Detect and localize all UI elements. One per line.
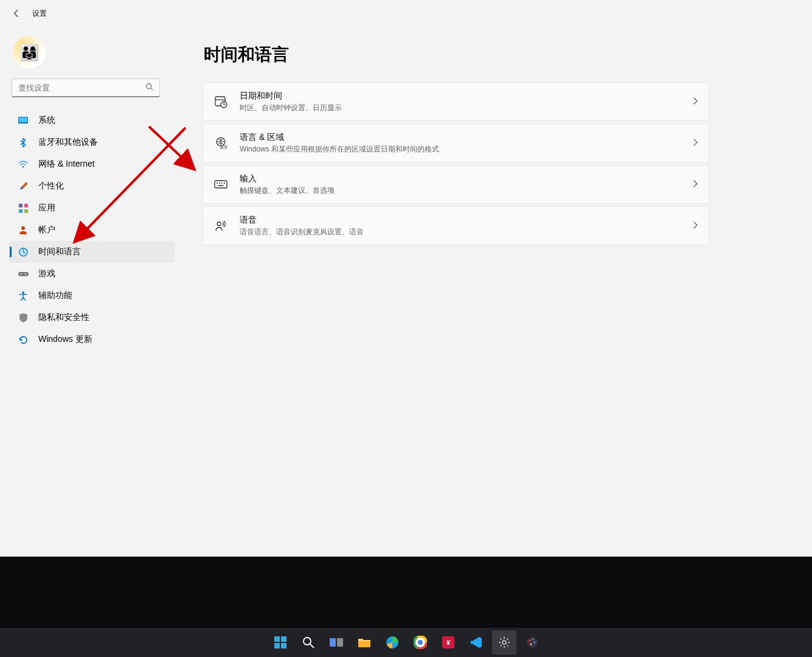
chevron-right-icon [693,97,698,106]
chevron-right-icon [693,138,698,148]
brush-icon [18,181,29,192]
taskbar-edge[interactable] [380,630,404,655]
sidebar-item-network[interactable]: 网络 & Internet [9,153,175,175]
card-title: 日期和时间 [240,91,681,102]
chevron-right-icon [693,179,698,189]
card-desc: 时区、自动时钟设置、日历显示 [240,103,681,113]
card-title: 语言 & 区域 [240,132,681,143]
svg-rect-36 [337,638,343,647]
svg-point-13 [25,273,26,274]
svg-rect-8 [24,209,28,213]
bluetooth-icon [18,137,29,148]
taskbar-settings[interactable] [492,630,516,655]
display-icon [18,115,29,126]
svg-rect-37 [358,641,370,647]
update-icon [18,334,29,345]
svg-point-43 [418,640,423,645]
svg-point-50 [533,642,535,644]
svg-rect-31 [274,643,280,648]
svg-point-0 [147,84,151,89]
svg-point-49 [532,639,533,641]
main-content: 时间和语言 日期和时间 时区、自动时钟设置、日历显示 A字 语言 & [181,24,736,555]
svg-text:¥: ¥ [446,639,450,646]
sidebar-item-label: 应用 [38,203,55,214]
sidebar-item-label: 帐户 [38,224,55,235]
avatar: 👨‍👩‍👧 [13,36,46,69]
sidebar-item-time-language[interactable]: 时间和语言 [9,241,175,263]
sidebar-item-system[interactable]: 系统 [9,109,175,131]
speech-icon [214,219,227,232]
sidebar-item-label: 网络 & Internet [38,159,95,170]
taskbar-app-red[interactable]: ¥ [436,630,460,655]
svg-point-48 [529,640,530,642]
sidebar-item-bluetooth[interactable]: 蓝牙和其他设备 [9,131,175,153]
accessibility-icon [18,290,29,301]
taskbar-chrome[interactable] [408,630,432,655]
sidebar-item-label: 游戏 [38,268,55,279]
titlebar: 设置 [3,3,736,24]
svg-line-34 [310,644,314,648]
card-language-region[interactable]: A字 语言 & 区域 Windows 和某些应用根据你所在的区域设置日期和时间的… [203,123,709,162]
app-title: 设置 [32,9,47,19]
taskbar-taskview-button[interactable] [324,630,349,655]
taskbar-paint[interactable] [520,630,544,655]
svg-rect-35 [330,638,336,647]
svg-point-14 [22,291,24,294]
sidebar-item-label: 蓝牙和其他设备 [38,137,98,148]
svg-rect-29 [274,636,280,642]
sidebar-item-update[interactable]: Windows 更新 [9,328,175,350]
card-title: 语音 [240,215,681,226]
calendar-clock-icon [214,95,227,108]
sidebar-item-label: 隐私和安全性 [38,312,89,323]
apps-icon [18,203,29,214]
sidebar-item-label: 时间和语言 [38,246,81,257]
sidebar-item-accounts[interactable]: 帐户 [9,219,175,241]
taskbar-explorer[interactable] [352,630,377,655]
sidebar-item-apps[interactable]: 应用 [9,197,175,219]
globe-clock-icon [18,246,29,257]
taskbar-search-button[interactable] [296,630,321,655]
shield-icon [18,312,29,323]
svg-point-4 [23,167,24,168]
globe-language-icon: A字 [214,136,227,150]
svg-point-12 [21,273,22,274]
sidebar-item-personalization[interactable]: 个性化 [9,175,175,197]
svg-point-46 [502,641,506,644]
card-desc: 触摸键盘、文本建议、首选项 [240,186,681,196]
search-icon [145,83,153,92]
svg-point-47 [527,637,538,648]
search-box[interactable] [12,78,160,97]
svg-line-1 [151,88,153,90]
page-title: 时间和语言 [203,43,709,66]
sidebar-item-accessibility[interactable]: 辅助功能 [9,285,175,307]
svg-point-33 [304,638,311,645]
svg-rect-11 [18,272,29,276]
card-desc: 语音语言、语音识别麦克风设置、语音 [240,227,681,237]
sidebar-item-gaming[interactable]: 游戏 [9,263,175,285]
card-typing[interactable]: 输入 触摸键盘、文本建议、首选项 [203,165,709,204]
svg-rect-3 [19,117,27,122]
taskbar-start-button[interactable] [268,630,293,655]
sidebar-item-label: 个性化 [38,181,64,192]
user-avatar-row[interactable]: 👨‍👩‍👧 [9,36,175,69]
card-speech[interactable]: 语音 语音语言、语音识别麦克风设置、语音 [203,206,709,245]
back-button[interactable] [12,9,21,18]
svg-point-51 [530,644,532,645]
svg-point-9 [21,226,25,230]
gamepad-icon [18,268,29,279]
sidebar-item-privacy[interactable]: 隐私和安全性 [9,307,175,328]
sidebar-item-label: 系统 [38,115,55,126]
card-desc: Windows 和某些应用根据你所在的区域设置日期和时间的格式 [240,144,681,155]
card-date-time[interactable]: 日期和时间 时区、自动时钟设置、日历显示 [203,82,709,121]
svg-text:A字: A字 [220,145,227,150]
taskbar-vscode[interactable] [464,630,488,655]
sidebar: 👨‍👩‍👧 系统 蓝牙和 [3,24,181,555]
settings-window: 设置 👨‍👩‍👧 系统 [3,3,736,555]
chevron-right-icon [693,221,698,231]
svg-rect-7 [19,209,23,213]
svg-rect-6 [24,204,28,207]
keyboard-icon [214,178,227,191]
taskbar: ¥ [0,628,812,657]
sidebar-item-label: 辅助功能 [38,290,72,301]
search-input[interactable] [18,83,145,92]
